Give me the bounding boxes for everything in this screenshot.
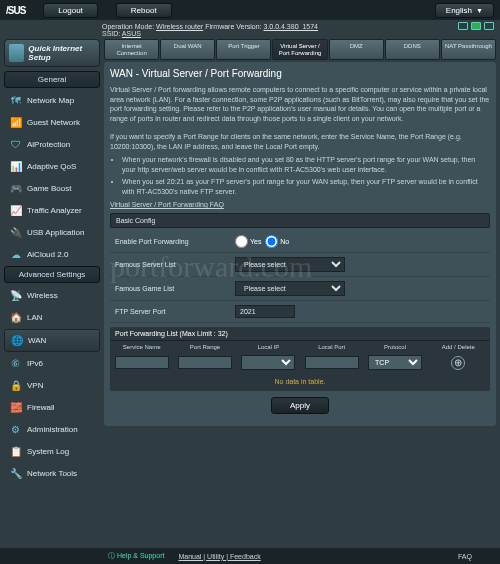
tab-internet-connection[interactable]: Internet Connection bbox=[104, 39, 159, 60]
service-name-input[interactable] bbox=[115, 356, 169, 369]
ftp-port-label: FTP Server Port bbox=[115, 308, 235, 315]
nav-icon: 📶 bbox=[9, 116, 22, 129]
tab-dual-wan[interactable]: Dual WAN bbox=[160, 39, 215, 60]
chevron-down-icon: ▼ bbox=[476, 7, 483, 14]
famous-game-label: Famous Game List bbox=[115, 285, 235, 292]
enable-no-radio[interactable] bbox=[265, 235, 278, 248]
col-header: Local Port bbox=[300, 344, 363, 350]
status-icons bbox=[458, 22, 494, 30]
sidebar-item-adaptive-qos[interactable]: 📊Adaptive QoS bbox=[4, 156, 100, 177]
nav-icon: 🧱 bbox=[9, 401, 22, 414]
col-header: Local IP bbox=[237, 344, 300, 350]
sidebar-item-network-map[interactable]: 🗺Network Map bbox=[4, 90, 100, 111]
sidebar-item-aiprotection[interactable]: 🛡AiProtection bbox=[4, 134, 100, 155]
local-ip-select[interactable] bbox=[241, 355, 295, 370]
local-port-input[interactable] bbox=[305, 356, 359, 369]
protocol-select[interactable]: TCP bbox=[368, 355, 422, 370]
gamepad-icon[interactable] bbox=[471, 22, 481, 30]
enable-label: Enable Port Forwarding bbox=[115, 238, 235, 245]
col-header: Protocol bbox=[363, 344, 426, 350]
nav-icon: ⚙ bbox=[9, 423, 22, 436]
opmode-label: Operation Mode: bbox=[102, 23, 154, 30]
nav-icon: 🔒 bbox=[9, 379, 22, 392]
ftp-port-input[interactable] bbox=[235, 305, 295, 318]
nav-icon: 🛡 bbox=[9, 138, 22, 151]
usb-icon[interactable] bbox=[484, 22, 494, 30]
sidebar-item-firewall[interactable]: 🧱Firewall bbox=[4, 397, 100, 418]
sidebar-item-usb-application[interactable]: 🔌USB Application bbox=[4, 222, 100, 243]
ssid-value[interactable]: ASUS bbox=[122, 30, 141, 37]
sidebar-item-network-tools[interactable]: 🔧Network Tools bbox=[4, 463, 100, 484]
nav-icon: 📡 bbox=[9, 289, 22, 302]
ssid-label: SSID: bbox=[102, 30, 120, 37]
nav-icon: 📊 bbox=[9, 160, 22, 173]
col-header: Add / Delete bbox=[427, 344, 490, 350]
help-support-link[interactable]: ⓘ Help & Support bbox=[108, 551, 164, 561]
wrench-icon bbox=[9, 44, 24, 62]
desc-bullet-2: When you set 20:21 as your FTP server's … bbox=[122, 177, 490, 196]
nav-icon: 📈 bbox=[9, 204, 22, 217]
app-icon[interactable] bbox=[458, 22, 468, 30]
add-button[interactable]: ⊕ bbox=[451, 356, 465, 370]
opmode-value[interactable]: Wireless router bbox=[156, 23, 203, 30]
nav-icon: 📋 bbox=[9, 445, 22, 458]
tab-port-trigger[interactable]: Port Trigger bbox=[216, 39, 271, 60]
sidebar-item-vpn[interactable]: 🔒VPN bbox=[4, 375, 100, 396]
pfl-header: Port Forwarding List (Max Limit : 32) bbox=[110, 327, 490, 341]
nav-icon: 🏠 bbox=[9, 311, 22, 324]
col-header: Service Name bbox=[110, 344, 173, 350]
group-general: General bbox=[4, 71, 100, 88]
tab-nat-passthrough[interactable]: NAT Passthrough bbox=[441, 39, 496, 60]
famous-server-label: Famous Server List bbox=[115, 261, 235, 268]
nav-icon: 🔌 bbox=[9, 226, 22, 239]
enable-yes-radio[interactable] bbox=[235, 235, 248, 248]
sidebar-item-wireless[interactable]: 📡Wireless bbox=[4, 285, 100, 306]
sidebar-item-lan[interactable]: 🏠LAN bbox=[4, 307, 100, 328]
desc-p1: Virtual Server / Port forwarding allows … bbox=[110, 85, 490, 123]
reboot-button[interactable]: Reboot bbox=[116, 3, 172, 18]
sidebar-item-guest-network[interactable]: 📶Guest Network bbox=[4, 112, 100, 133]
section-basic-config: Basic Config bbox=[110, 213, 490, 228]
col-header: Port Range bbox=[173, 344, 236, 350]
faq-footer-link[interactable]: FAQ bbox=[458, 553, 472, 560]
faq-link[interactable]: Virtual Server / Port Forwarding FAQ bbox=[110, 201, 224, 208]
nav-icon: 🗺 bbox=[9, 94, 22, 107]
sidebar-item-game-boost[interactable]: 🎮Game Boost bbox=[4, 178, 100, 199]
logout-button[interactable]: Logout bbox=[43, 3, 97, 18]
famous-server-select[interactable]: Please select bbox=[235, 257, 345, 272]
sidebar-item-ipv6[interactable]: ⑥IPv6 bbox=[4, 353, 100, 374]
tab-ddns[interactable]: DDNS bbox=[385, 39, 440, 60]
sidebar-item-wan[interactable]: 🌐WAN bbox=[4, 329, 100, 352]
desc-p2: If you want to specify a Port Range for … bbox=[110, 132, 490, 151]
nav-icon: 🌐 bbox=[10, 334, 23, 347]
language-select[interactable]: English▼ bbox=[435, 3, 494, 18]
nav-icon: 🎮 bbox=[9, 182, 22, 195]
group-advanced: Advanced Settings bbox=[4, 266, 100, 283]
desc-bullet-1: When your network's firewall is disabled… bbox=[122, 155, 490, 174]
no-data-text: No data in table. bbox=[110, 372, 490, 391]
nav-icon: ☁ bbox=[9, 248, 22, 261]
fw-value[interactable]: 3.0.0.4.380_1574 bbox=[264, 23, 319, 30]
tab-dmz[interactable]: DMZ bbox=[329, 39, 384, 60]
page-title: WAN - Virtual Server / Port Forwarding bbox=[110, 68, 490, 79]
nav-icon: 🔧 bbox=[9, 467, 22, 480]
sidebar-item-system-log[interactable]: 📋System Log bbox=[4, 441, 100, 462]
port-range-input[interactable] bbox=[178, 356, 232, 369]
famous-game-select[interactable]: Please select bbox=[235, 281, 345, 296]
sidebar-item-administration[interactable]: ⚙Administration bbox=[4, 419, 100, 440]
fw-label: Firmware Version: bbox=[205, 23, 261, 30]
manual-utility-feedback[interactable]: Manual | Utility | Feedback bbox=[178, 553, 260, 560]
logo: /SUS bbox=[6, 5, 25, 16]
tab-virtual-server-port-forwarding[interactable]: Virtual Server / Port Forwarding bbox=[272, 39, 327, 60]
apply-button[interactable]: Apply bbox=[271, 397, 329, 414]
sidebar-item-traffic-analyzer[interactable]: 📈Traffic Analyzer bbox=[4, 200, 100, 221]
quick-setup-button[interactable]: Quick Internet Setup bbox=[4, 39, 100, 67]
sidebar-item-aicloud-2.0[interactable]: ☁AiCloud 2.0 bbox=[4, 244, 100, 265]
nav-icon: ⑥ bbox=[9, 357, 22, 370]
